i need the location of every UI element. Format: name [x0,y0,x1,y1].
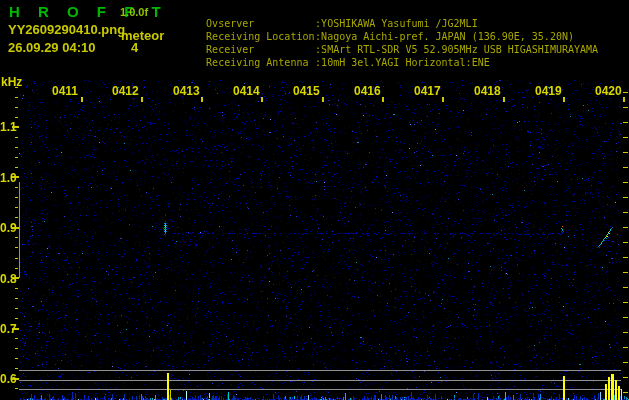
time-tick-label: 0416 [354,84,381,98]
info-value: :10mH 3el.YAGI Horizontal:ENE [315,57,490,68]
info-label: Receiving Antenna [206,56,315,69]
time-tick-label: 0411 [52,84,78,98]
time-tick-label: 0417 [414,84,441,98]
meteor-count: 4 [131,40,138,55]
time-tick-label: 0418 [474,84,501,98]
freq-tick-label: 1.0 [0,171,15,185]
freq-tick-label: 0.7 [0,322,15,336]
freq-tick-label: 1.1 [0,120,15,134]
filename-label: YY2609290410.png [8,22,125,37]
mode-label: meteor [121,28,164,43]
freq-tick-label: 0.8 [0,272,15,286]
datetime-label: 26.09.29 04:10 [8,40,95,55]
info-row-antenna: Receiving Antenna:10mH 3el.YAGI Horizont… [182,43,490,82]
time-tick-label: 0419 [535,84,562,98]
time-tick-label: 0415 [293,84,320,98]
time-tick-label: 0420 [595,84,622,98]
version-label: 1.0.0f [120,6,148,18]
freq-tick-label: 0.6 [0,372,15,386]
freq-tick-label: 0.9 [0,221,15,235]
time-tick-label: 0414 [233,84,260,98]
hrofft-window: H R O F F T 1.0.0f YY2609290410.png mete… [0,0,629,400]
time-tick-label: 0412 [112,84,139,98]
freq-axis-unit: kHz [1,75,22,89]
time-tick-label: 0413 [173,84,200,98]
